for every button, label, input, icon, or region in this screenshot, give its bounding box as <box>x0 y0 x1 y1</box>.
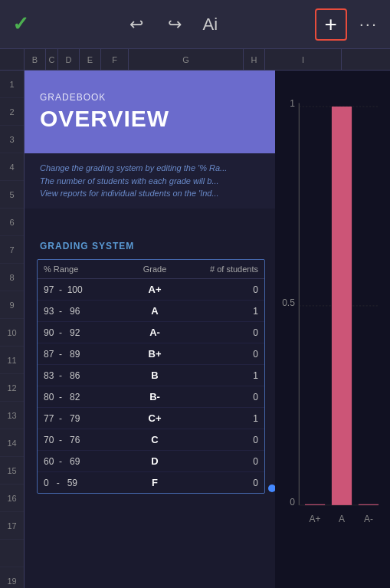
table-row[interactable]: 80 - 82 B- 0 <box>38 386 264 408</box>
students-text: 0 <box>182 349 258 360</box>
spreadsheet: 1 2 3 4 5 6 7 8 9 10 11 12 13 14 15 16 1… <box>0 71 390 588</box>
bar-chart: 1 0.5 0 A+ A A- <box>278 77 387 582</box>
row-num-11: 11 <box>0 347 24 374</box>
col-header-d[interactable]: D <box>58 49 80 70</box>
grade-text: B- <box>128 391 182 402</box>
row-num-2: 2 <box>0 98 24 126</box>
students-text: 0 <box>182 435 258 445</box>
sheet-content: GRADEBOOK OVERVIEW Change the grading sy… <box>25 71 390 588</box>
gradebook-title: OVERVIEW <box>40 106 262 132</box>
students-text: 1 <box>182 413 258 424</box>
col-header-c[interactable]: C <box>46 49 58 70</box>
row-num-14: 14 <box>0 429 24 457</box>
grade-table: % Range Grade # of students 97 - 100 A+ … <box>37 259 265 494</box>
gradebook-subtitle: GRADEBOOK <box>40 92 262 103</box>
row-num-17: 17 <box>0 512 24 540</box>
ai-label: Ai <box>203 15 218 34</box>
add-button[interactable]: + <box>315 8 347 41</box>
gradebook-description: Change the grading system by editing the… <box>25 153 277 209</box>
more-options-icon[interactable]: ··· <box>359 15 378 34</box>
col-header-h[interactable]: H <box>244 49 265 70</box>
table-row[interactable]: 83 - 86 B 1 <box>38 365 264 386</box>
grade-text: C <box>128 434 182 445</box>
col-header-students: # of students <box>182 264 258 274</box>
col-header-f[interactable]: F <box>101 49 129 70</box>
row-num-7: 7 <box>0 236 24 264</box>
grading-system-title: GRADING SYSTEM <box>40 241 262 251</box>
table-row[interactable]: 70 - 76 C 0 <box>38 429 264 451</box>
chart-area: 1 0.5 0 A+ A A- <box>275 71 390 588</box>
grade-text: A <box>128 305 182 317</box>
col-header-e[interactable]: E <box>80 49 101 70</box>
col-header-g[interactable]: G <box>129 49 244 70</box>
toolbar-center: ↩ ↪ Ai <box>126 11 218 38</box>
row-num-13: 13 <box>0 402 24 429</box>
col-header-i[interactable]: I <box>265 49 342 70</box>
undo-button[interactable]: ↩ <box>126 11 146 38</box>
table-row[interactable]: 87 - 89 B+ 0 <box>38 343 264 365</box>
svg-text:A-: A- <box>364 514 373 524</box>
range-text: 83 - 86 <box>44 370 128 381</box>
grade-table-header: % Range Grade # of students <box>38 260 264 279</box>
toolbar: ✓ ↩ ↪ Ai + ··· <box>0 0 390 49</box>
range-text: 97 - 100 <box>44 284 128 295</box>
row-num-15: 15 <box>0 457 24 485</box>
table-row[interactable]: 93 - 96 A 1 <box>38 301 264 322</box>
row-num-8: 8 <box>0 264 24 291</box>
col-header-range: % Range <box>44 264 128 274</box>
svg-text:A+: A+ <box>310 514 321 524</box>
row-num-16: 16 <box>0 485 24 512</box>
table-row[interactable]: 0 - 59 F 0 <box>38 472 264 493</box>
col-header-grade: Grade <box>128 264 182 274</box>
range-text: 60 - 69 <box>44 456 128 467</box>
gradebook-desc-text: Change the grading system by editing the… <box>40 162 227 200</box>
students-text: 0 <box>182 478 258 488</box>
row-num-12: 12 <box>0 374 24 402</box>
svg-rect-8 <box>332 107 352 505</box>
table-row[interactable]: 90 - 92 A- 0 <box>38 322 264 343</box>
gradebook-area: GRADEBOOK OVERVIEW Change the grading sy… <box>25 71 277 588</box>
redo-button[interactable]: ↪ <box>165 11 185 38</box>
svg-rect-9 <box>359 504 379 505</box>
row-num-4: 4 <box>0 153 24 181</box>
students-text: 0 <box>182 456 258 467</box>
empty-row-4 <box>25 209 277 236</box>
row-num-header <box>0 49 25 70</box>
grade-text: D <box>128 455 182 467</box>
row-num-5: 5 <box>0 181 24 209</box>
check-icon[interactable]: ✓ <box>12 12 29 36</box>
grade-text: B <box>128 370 182 381</box>
table-row[interactable]: 97 - 100 A+ 0 <box>38 279 264 301</box>
row-num-19: 19 <box>0 567 24 588</box>
svg-text:1: 1 <box>290 98 295 109</box>
row-numbers: 1 2 3 4 5 6 7 8 9 10 11 12 13 14 15 16 1… <box>0 71 25 588</box>
toolbar-right: + ··· <box>315 8 378 41</box>
students-text: 0 <box>182 392 258 402</box>
range-text: 93 - 96 <box>44 306 128 317</box>
row-num-18 <box>0 540 24 567</box>
gradebook-header: GRADEBOOK OVERVIEW <box>25 71 277 153</box>
col-header-b[interactable]: B <box>25 49 46 70</box>
range-text: 80 - 82 <box>44 392 128 402</box>
range-text: 87 - 89 <box>44 349 128 360</box>
row-num-9: 9 <box>0 291 24 319</box>
range-text: 70 - 76 <box>44 435 128 445</box>
table-row[interactable]: 77 - 79 C+ 1 <box>38 408 264 429</box>
range-text: 77 - 79 <box>44 413 128 424</box>
grade-text: F <box>128 477 182 488</box>
students-text: 0 <box>182 327 258 338</box>
students-text: 0 <box>182 284 258 295</box>
range-text: 90 - 92 <box>44 327 128 338</box>
svg-text:0: 0 <box>290 497 295 508</box>
students-text: 1 <box>182 370 258 381</box>
row-num-6: 6 <box>0 209 24 236</box>
grade-text: A+ <box>128 284 182 295</box>
svg-text:0.5: 0.5 <box>282 297 295 308</box>
grade-text: C+ <box>128 412 182 424</box>
grade-text: A- <box>128 327 182 338</box>
range-text: 0 - 59 <box>44 478 128 488</box>
grade-text: B+ <box>128 348 182 360</box>
students-text: 1 <box>182 306 258 317</box>
svg-text:A: A <box>339 514 345 524</box>
table-row[interactable]: 60 - 69 D 0 <box>38 451 264 472</box>
